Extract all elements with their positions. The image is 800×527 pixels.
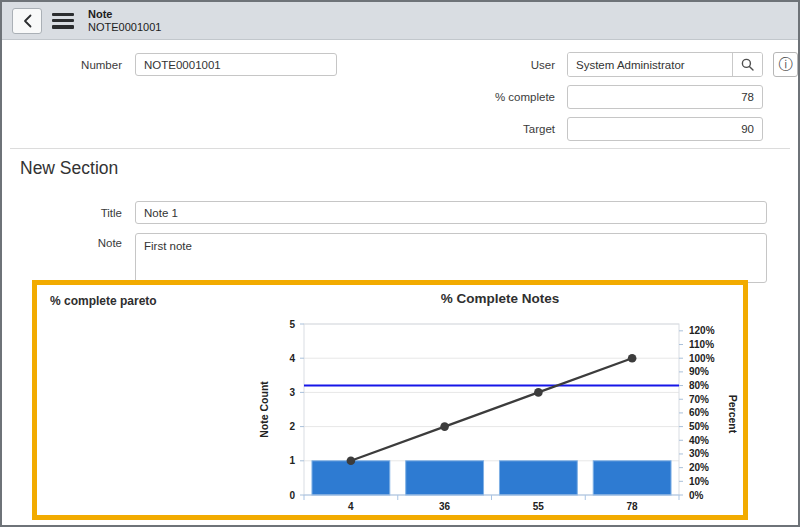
line-point — [628, 354, 637, 363]
info-icon: ⓘ — [779, 56, 793, 74]
number-label: Number — [2, 59, 122, 71]
y-tick-label: 2 — [289, 421, 295, 432]
note-field-label: Note — [2, 237, 122, 249]
page-title: Note — [88, 8, 161, 21]
line-point — [347, 457, 356, 466]
percent-tick-label: 110% — [689, 339, 714, 350]
percent-tick-label: 0% — [689, 490, 704, 501]
bar-note-count — [499, 461, 577, 495]
section-divider — [10, 148, 790, 149]
back-button[interactable] — [12, 8, 42, 34]
title-block: Note NOTE0001001 — [88, 8, 161, 34]
user-input[interactable] — [568, 53, 732, 76]
left-axis-label: Note Count — [258, 381, 270, 438]
user-label: User — [435, 59, 555, 71]
target-label: Target — [435, 123, 555, 135]
percent-tick-label: 60% — [689, 407, 709, 418]
bar-note-count — [312, 461, 390, 495]
chart-title: % Complete Notes — [441, 291, 560, 306]
bar-note-count — [593, 461, 671, 495]
percent-tick-label: 10% — [689, 476, 709, 487]
record-id: NOTE0001001 — [88, 21, 161, 34]
note-textarea[interactable]: First note — [135, 233, 767, 283]
user-lookup-button[interactable] — [732, 53, 762, 76]
chevron-left-icon — [23, 14, 32, 28]
user-info-button[interactable]: ⓘ — [773, 52, 798, 77]
right-axis-label: Percent — [727, 395, 739, 434]
pareto-panel-label: % complete pareto — [50, 294, 157, 308]
percent-tick-label: 50% — [689, 421, 709, 432]
title-field-label: Title — [2, 207, 122, 219]
percent-tick-label: 40% — [689, 435, 709, 446]
number-input[interactable] — [135, 53, 337, 76]
x-tick-label: 4 — [348, 501, 354, 512]
y-tick-label: 4 — [289, 353, 295, 364]
user-field — [567, 52, 763, 77]
x-tick-label: 78 — [627, 501, 639, 512]
y-tick-label: 5 — [289, 319, 295, 330]
x-tick-label: 55 — [533, 501, 545, 512]
pareto-chart: 0123450%10%20%30%40%50%60%70%80%90%100%1… — [250, 288, 750, 514]
line-point — [534, 388, 543, 397]
percent-tick-label: 30% — [689, 448, 709, 459]
bar-note-count — [406, 461, 484, 495]
percent-tick-label: 90% — [689, 366, 709, 377]
x-tick-label: 36 — [439, 501, 451, 512]
y-tick-label: 1 — [289, 455, 295, 466]
app-window: Note NOTE0001001 Number User ⓘ % complet… — [0, 0, 800, 527]
percent-tick-label: 80% — [689, 380, 709, 391]
percent-complete-label: % complete — [435, 91, 555, 103]
section-heading: New Section — [20, 158, 118, 179]
target-input[interactable] — [567, 117, 763, 141]
percent-tick-label: 20% — [689, 462, 709, 473]
percent-complete-input[interactable] — [567, 85, 763, 109]
pareto-highlight-box: % complete pareto 0123450%10%20%30%40%50… — [32, 280, 748, 520]
y-tick-label: 0 — [289, 490, 295, 501]
percent-tick-label: 120% — [689, 325, 715, 336]
menu-icon[interactable] — [52, 13, 74, 29]
title-input[interactable] — [135, 201, 767, 224]
percent-tick-label: 100% — [689, 353, 715, 364]
y-tick-label: 3 — [289, 387, 295, 398]
cumulative-line — [351, 358, 632, 461]
search-icon — [741, 58, 754, 71]
header-bar: Note NOTE0001001 — [2, 2, 798, 40]
line-point — [440, 422, 449, 431]
percent-tick-label: 70% — [689, 394, 709, 405]
